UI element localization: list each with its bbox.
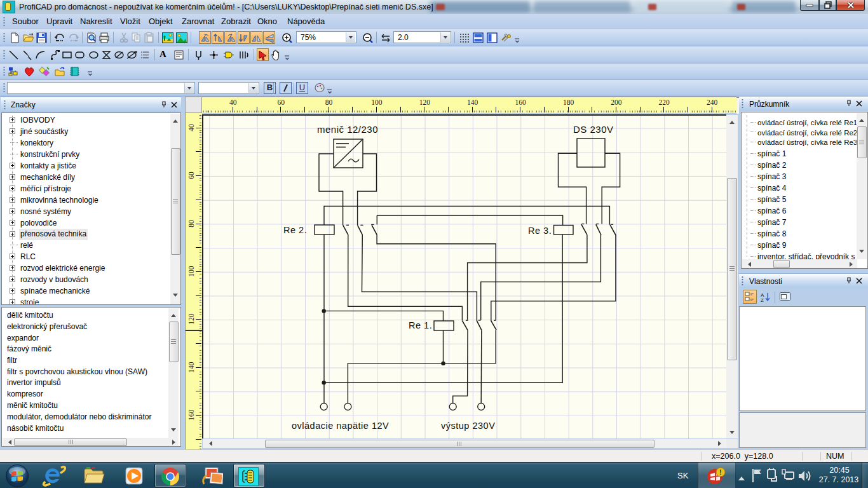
svg-text:DS 230V: DS 230V xyxy=(573,124,614,135)
svg-text:výstup 230V: výstup 230V xyxy=(441,421,495,431)
svg-text:Re 1.: Re 1. xyxy=(409,320,432,330)
svg-text:!: ! xyxy=(719,468,722,476)
svg-text:Re 2.: Re 2. xyxy=(283,225,307,235)
svg-text:Z: Z xyxy=(761,297,764,302)
svg-text:ovládacie napätie 12V: ovládacie napätie 12V xyxy=(292,421,389,431)
svg-text:Re 3.: Re 3. xyxy=(528,226,552,236)
svg-text:menič 12/230: menič 12/230 xyxy=(317,124,378,135)
